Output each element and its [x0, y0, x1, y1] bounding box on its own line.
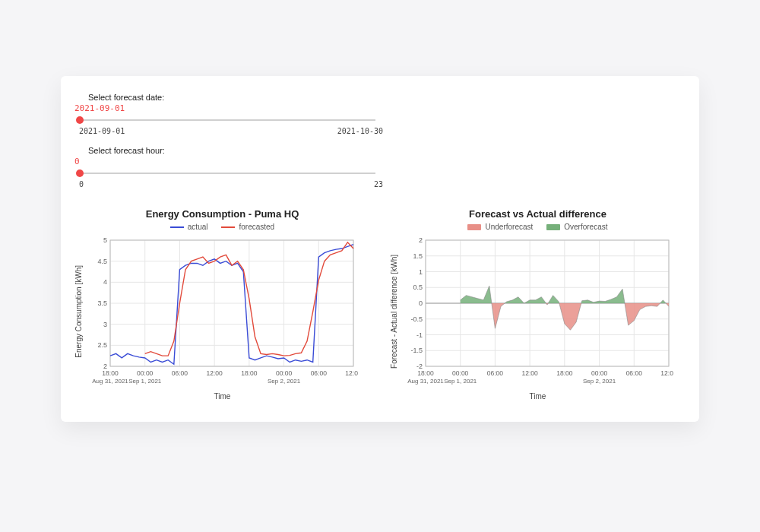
svg-text:00:00: 00:00	[591, 369, 608, 377]
forecast-hour-label: Select forecast hour:	[88, 146, 686, 155]
svg-text:18:00: 18:00	[556, 369, 573, 377]
svg-text:12:00: 12:00	[522, 369, 539, 377]
svg-text:4: 4	[103, 278, 107, 286]
svg-text:00:00: 00:00	[137, 369, 154, 377]
svg-text:06:00: 06:00	[311, 369, 328, 377]
chart1-xlabel: Time	[74, 392, 370, 401]
svg-text:1: 1	[419, 268, 423, 276]
chart1-legend: actual forecasted	[74, 223, 370, 231]
energy-consumption-chart: Energy Consumption - Puma HQ actual fore…	[74, 208, 370, 401]
svg-text:5: 5	[103, 236, 107, 244]
forecast-date-min: 2021-09-01	[79, 127, 125, 135]
chart2-legend: Underforecast Overforecast	[390, 223, 686, 231]
svg-text:12:00: 12:00	[207, 369, 223, 377]
legend-underforecast: Underforecast	[467, 223, 533, 231]
chart1-title: Energy Consumption - Puma HQ	[74, 208, 370, 220]
dashboard-card: Select forecast date: 2021-09-01 2021-09…	[61, 76, 699, 422]
svg-text:1.5: 1.5	[413, 252, 423, 260]
forecast-date-value: 2021-09-01	[74, 103, 686, 113]
svg-text:18:00: 18:00	[241, 369, 258, 377]
svg-text:Sep 2, 2021: Sep 2, 2021	[583, 378, 616, 385]
svg-text:18:00: 18:00	[417, 369, 434, 377]
chart2-xlabel: Time	[390, 392, 686, 401]
svg-text:Sep 1, 2021: Sep 1, 2021	[444, 378, 477, 385]
legend-forecasted: forecasted	[221, 223, 274, 231]
svg-text:2: 2	[419, 236, 423, 244]
svg-text:06:00: 06:00	[172, 369, 188, 377]
forecast-date-max: 2021-10-30	[337, 127, 383, 135]
svg-text:06:00: 06:00	[626, 369, 643, 377]
svg-text:Sep 1, 2021: Sep 1, 2021	[128, 378, 162, 385]
chart1-ylabel: Energy Consumption [kWh]	[74, 265, 83, 358]
legend-overforecast: Overforecast	[546, 223, 607, 231]
svg-text:12:00: 12:00	[345, 369, 358, 377]
forecast-hour-min: 0	[79, 180, 84, 188]
forecast-date-slider[interactable]	[76, 115, 380, 125]
svg-text:-1: -1	[416, 331, 423, 339]
svg-text:12:00: 12:00	[660, 369, 673, 377]
chart2-title: Forecast vs Actual difference	[390, 208, 686, 220]
svg-text:18:00: 18:00	[102, 369, 119, 377]
svg-text:06:00: 06:00	[487, 369, 504, 377]
svg-text:Aug 31, 2021: Aug 31, 2021	[92, 378, 128, 385]
svg-text:00:00: 00:00	[452, 369, 469, 377]
chart2-ylabel: Forecast - Actual difference [kWh]	[390, 255, 398, 369]
svg-text:0: 0	[419, 299, 423, 307]
forecast-date-control: Select forecast date: 2021-09-01 2021-09…	[74, 93, 686, 135]
svg-text:Aug 31, 2021: Aug 31, 2021	[407, 378, 444, 385]
forecast-hour-slider[interactable]	[76, 168, 380, 179]
svg-text:-0.5: -0.5	[410, 315, 423, 323]
forecast-difference-chart: Forecast vs Actual difference Underforec…	[390, 208, 686, 401]
svg-text:4.5: 4.5	[97, 258, 107, 265]
svg-text:0.5: 0.5	[413, 283, 423, 291]
forecast-hour-max: 23	[374, 180, 383, 188]
chart1-plot: 22.533.544.5518:00Aug 31, 202100:00Sep 1…	[84, 236, 358, 388]
forecast-hour-value: 0	[74, 157, 686, 166]
forecast-date-label: Select forecast date:	[88, 93, 686, 102]
svg-text:3: 3	[103, 321, 107, 328]
chart2-plot: -2-1.5-1-0.500.511.5218:00Aug 31, 202100…	[400, 236, 673, 388]
svg-text:-1.5: -1.5	[410, 347, 423, 354]
forecast-hour-control: Select forecast hour: 0 0 23	[74, 146, 686, 188]
legend-actual: actual	[170, 223, 208, 231]
svg-text:00:00: 00:00	[276, 369, 293, 377]
svg-text:2.5: 2.5	[97, 341, 107, 349]
svg-text:3.5: 3.5	[97, 299, 107, 307]
svg-text:Sep 2, 2021: Sep 2, 2021	[268, 378, 301, 385]
